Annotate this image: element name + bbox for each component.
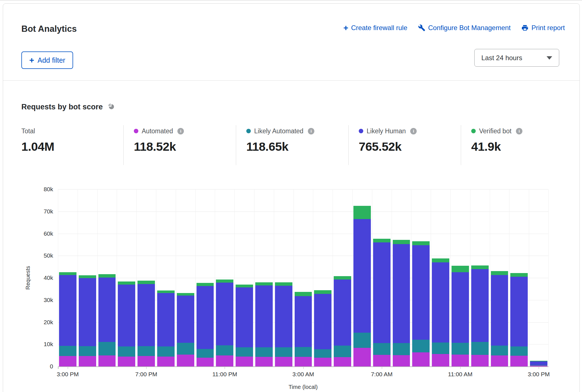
info-icon[interactable]: i: [177, 128, 184, 134]
bar-segment-likely-human: [177, 296, 194, 343]
info-icon[interactable]: i: [410, 128, 417, 134]
time-range-dropdown[interactable]: Last 24 hours: [474, 49, 559, 67]
x-tick-label: 3:00 AM: [292, 371, 314, 378]
bar-segment-automated: [197, 358, 214, 367]
gridline-vertical: [58, 189, 58, 366]
bar-segment-likely-automated: [471, 342, 489, 355]
gridline-horizontal: [58, 256, 549, 256]
bar-segment-likely-automated: [137, 346, 155, 356]
verified-bot-dot: [471, 129, 476, 133]
page-top-border: [0, 0, 582, 1]
bar-segment-likely-automated: [157, 346, 175, 357]
bar-segment-likely-human: [373, 242, 391, 343]
print-report-link[interactable]: Print report: [521, 24, 565, 32]
configure-bot-management-link[interactable]: Configure Bot Management: [418, 24, 511, 32]
stat-likely-human: Likely Human i 765.52k: [359, 127, 417, 154]
create-firewall-rule-link[interactable]: + Create firewall rule: [343, 24, 407, 32]
gridline-vertical: [274, 189, 274, 366]
bar-segment-verified-bot: [118, 281, 135, 285]
x-tick-mark: [303, 367, 304, 369]
bar-segment-verified-bot: [452, 266, 469, 272]
stat-likely-human-value: 765.52k: [359, 140, 417, 154]
bar-segment-automated: [216, 355, 233, 366]
stat-total-value: 1.04M: [21, 140, 54, 154]
gridline-vertical: [195, 189, 196, 366]
header-divider: [3, 80, 579, 81]
bar-segment-likely-automated: [491, 346, 508, 355]
bar-segment-verified-bot: [373, 239, 391, 242]
bar-segment-likely-automated: [79, 346, 96, 356]
gridline-vertical: [372, 189, 372, 366]
bar-segment-verified-bot: [471, 265, 489, 269]
bar-segment-likely-automated: [452, 343, 469, 355]
bar-segment-verified-bot: [334, 276, 351, 280]
gridline-vertical: [529, 189, 529, 366]
gridline-vertical: [136, 189, 137, 366]
bar-segment-verified-bot: [59, 272, 76, 275]
bar-segment-automated: [334, 357, 351, 366]
y-tick-label: 50k: [44, 252, 53, 259]
bar-segment-likely-human: [255, 285, 273, 347]
x-tick-mark: [539, 367, 539, 369]
stat-likely-human-label: Likely Human: [367, 127, 406, 135]
bar-segment-automated: [236, 357, 253, 366]
stat-automated-label: Automated: [142, 127, 173, 135]
gridline-vertical: [254, 189, 254, 366]
gridline-horizontal: [58, 234, 549, 234]
info-icon[interactable]: i: [308, 128, 314, 134]
bar-segment-verified-bot: [295, 292, 312, 296]
info-icon[interactable]: i: [516, 128, 522, 134]
bar-segment-likely-automated: [59, 346, 76, 356]
bar-segment-likely-human: [353, 219, 371, 332]
add-filter-label: Add filter: [38, 56, 66, 64]
gridline-horizontal: [58, 189, 549, 190]
gridline-vertical: [392, 189, 392, 366]
likely-automated-dot: [246, 129, 251, 133]
add-filter-button[interactable]: + Add filter: [21, 51, 73, 69]
y-tick-label: 60k: [44, 230, 53, 237]
bar-segment-likely-human: [157, 293, 175, 347]
x-tick-label: 3:00 PM: [528, 371, 550, 378]
bar-segment-automated: [118, 357, 135, 366]
bar-segment-automated: [393, 355, 410, 366]
bar-segment-likely-automated: [412, 340, 430, 353]
bar-segment-automated: [353, 348, 371, 366]
bar-segment-likely-automated: [177, 343, 194, 355]
bar-segment-likely-human: [471, 269, 489, 342]
bar-segment-automated: [471, 355, 489, 366]
bar-segment-likely-human: [334, 280, 351, 346]
bar-segment-verified-bot: [79, 275, 96, 278]
y-tick-label: 40k: [44, 274, 53, 281]
bar-segment-automated: [530, 366, 547, 366]
bar-segment-likely-human: [98, 278, 116, 342]
gridline-vertical: [490, 189, 490, 366]
configure-bot-management-label: Configure Bot Management: [428, 24, 511, 32]
plus-icon: +: [343, 24, 348, 31]
stat-verified-bot-value: 41.9k: [471, 140, 522, 154]
bar-segment-automated: [157, 357, 175, 366]
gridline-vertical: [411, 189, 411, 366]
bar-segment-verified-bot: [491, 271, 508, 275]
bar-segment-verified-bot: [412, 241, 430, 245]
bar-segment-verified-bot: [216, 280, 233, 282]
gridline-vertical: [470, 189, 470, 366]
plus-icon: +: [29, 57, 34, 64]
bar-segment-likely-automated: [530, 365, 547, 366]
bar-segment-likely-human: [314, 294, 331, 350]
y-tick-label: 80k: [44, 186, 53, 193]
gridline-vertical: [234, 189, 235, 366]
bot-analytics-card: Bot Analytics + Create firewall rule Con…: [3, 3, 580, 392]
bar-segment-likely-human: [197, 286, 214, 349]
stat-likely-automated-value: 118.65k: [246, 140, 314, 154]
x-tick-mark: [382, 367, 382, 369]
bar-segment-verified-bot: [137, 281, 155, 284]
gridline-vertical: [548, 189, 549, 366]
bar-segment-automated: [295, 357, 312, 366]
gridline-vertical: [450, 189, 451, 366]
gridline-vertical: [117, 189, 117, 366]
bar-segment-automated: [255, 357, 273, 366]
time-range-value: Last 24 hours: [481, 54, 522, 62]
gridline-vertical: [313, 189, 313, 366]
x-tick-mark: [146, 367, 146, 369]
bar-segment-automated: [452, 355, 469, 366]
